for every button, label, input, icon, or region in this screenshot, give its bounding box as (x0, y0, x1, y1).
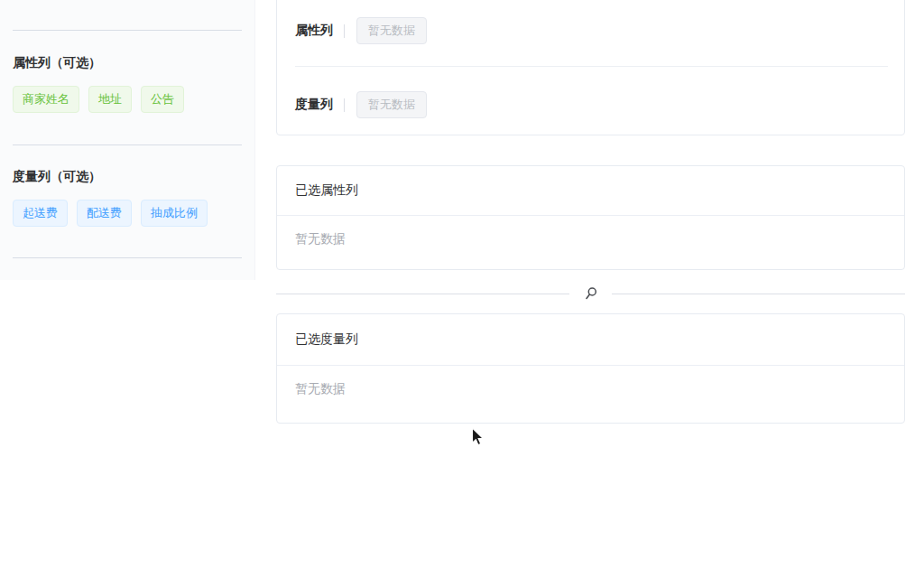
attribute-empty-button[interactable]: 暂无数据 (356, 17, 427, 44)
measure-tag[interactable]: 起送费 (13, 200, 68, 227)
measure-empty-button[interactable]: 暂无数据 (356, 91, 427, 118)
divider-line (612, 294, 905, 294)
field-selector-sidebar: 属性列（可选） 商家姓名 地址 公告 度量列（可选） 起送费 配送费 抽成比例 (0, 0, 255, 280)
page: { "sidebar": { "attribute_section": { "t… (0, 0, 924, 578)
vertical-separator (344, 24, 345, 38)
sidebar-divider (13, 30, 242, 31)
attribute-section-title: 属性列（可选） (13, 55, 101, 70)
measure-summary-row: 度量列 暂无数据 (277, 91, 904, 118)
magnifier-icon (584, 286, 597, 301)
selected-measures-empty-text: 暂无数据 (277, 366, 904, 413)
attribute-row-label: 属性列 (295, 23, 333, 39)
column-summary-card: 属性列 暂无数据 度量列 暂无数据 (276, 0, 905, 135)
attribute-tag[interactable]: 公告 (141, 86, 184, 113)
divider-line (276, 294, 569, 294)
sidebar-divider (13, 144, 242, 145)
selected-measures-title: 已选度量列 (277, 314, 904, 366)
sidebar-divider (13, 257, 242, 258)
attribute-tag[interactable]: 商家姓名 (13, 86, 79, 113)
measure-row-label: 度量列 (295, 97, 333, 113)
selected-attributes-empty-text: 暂无数据 (277, 216, 904, 263)
measure-section-title: 度量列（可选） (13, 169, 101, 183)
section-divider (276, 286, 905, 301)
card-inner-divider (295, 66, 888, 67)
selected-attributes-title: 已选属性列 (277, 166, 904, 216)
vertical-separator (344, 98, 345, 112)
attribute-tag[interactable]: 地址 (88, 86, 132, 113)
measure-tag-list: 起送费 配送费 抽成比例 (13, 200, 245, 227)
selected-attributes-card: 已选属性列 暂无数据 (276, 165, 905, 270)
measure-tag[interactable]: 配送费 (77, 200, 132, 227)
attribute-summary-row: 属性列 暂无数据 (277, 17, 904, 44)
selected-measures-card: 已选度量列 暂无数据 (276, 313, 905, 424)
mouse-cursor-icon (471, 427, 485, 447)
attribute-tag-list: 商家姓名 地址 公告 (13, 86, 245, 113)
measure-tag[interactable]: 抽成比例 (141, 200, 208, 227)
